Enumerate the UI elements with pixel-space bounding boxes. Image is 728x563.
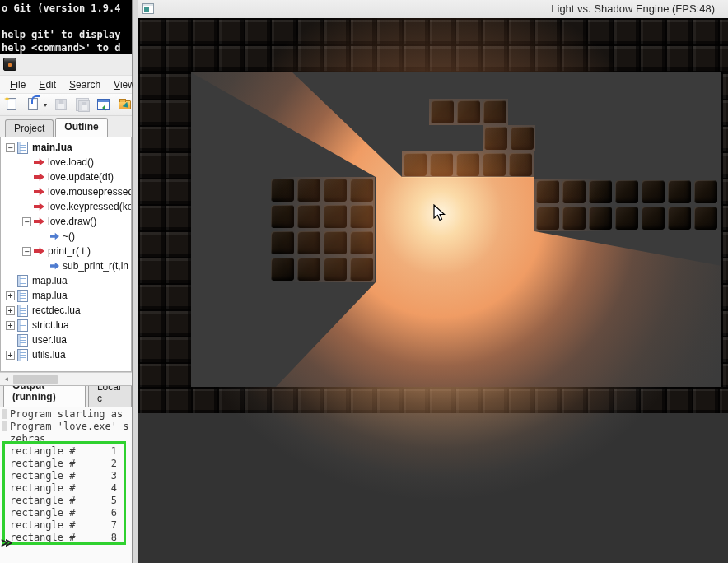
- outline-tree: −main.lualove.load()love.update(dt)love.…: [0, 137, 132, 372]
- console-line: rectangle # 7: [10, 519, 132, 532]
- output-tab-bar: Output (running)Local c: [0, 385, 132, 407]
- toolbar: ▾: [0, 94, 132, 116]
- wall-tile: [534, 179, 561, 205]
- function-arrow-icon: [34, 188, 44, 197]
- document-icon: [17, 349, 28, 361]
- tree-item[interactable]: +utils.lua: [1, 347, 131, 362]
- right-wall: [721, 72, 728, 387]
- wall-tile: [322, 256, 348, 282]
- console-line: rectangle # 4: [10, 482, 132, 495]
- refresh-project-icon[interactable]: [97, 98, 111, 112]
- game-title: Light vs. Shadow Engine (FPS:48): [551, 0, 715, 18]
- tab-project[interactable]: Project: [5, 119, 54, 137]
- tree-item[interactable]: +rectdec.lua: [1, 303, 131, 318]
- tree-item-label: map.lua: [32, 290, 68, 301]
- tree-item[interactable]: love.load(): [1, 155, 131, 170]
- function-arrow-icon: [34, 173, 44, 182]
- open-project-folder-icon[interactable]: [119, 98, 133, 112]
- console-marker: [2, 421, 7, 431]
- document-icon: [17, 305, 28, 317]
- document-icon: [17, 142, 28, 154]
- scrollbar-thumb[interactable]: [13, 375, 58, 384]
- wall-tile: [482, 99, 508, 125]
- wall-tile: [455, 99, 482, 125]
- tree-item[interactable]: ~(): [1, 229, 131, 244]
- wall-tile: [614, 205, 640, 231]
- wall-tile: [561, 179, 587, 205]
- wall-tile: [296, 203, 322, 230]
- ide-titlebar[interactable]: [0, 54, 132, 76]
- console-line: Program 'love.exe' s: [10, 421, 132, 433]
- new-file-icon[interactable]: [5, 98, 19, 112]
- menu-search[interactable]: Search: [63, 77, 107, 92]
- wall-tile: [507, 151, 534, 178]
- sidebar-tab-bar: ProjectOutline: [0, 116, 132, 137]
- document-icon: [17, 334, 28, 347]
- expand-minus-icon[interactable]: −: [22, 217, 31, 226]
- expand-plus-icon[interactable]: +: [6, 321, 15, 330]
- menu-edit[interactable]: Edit: [32, 77, 63, 92]
- menu-file[interactable]: File: [3, 77, 32, 92]
- tree-item[interactable]: map.lua: [1, 273, 131, 288]
- expand-minus-icon[interactable]: −: [22, 247, 31, 256]
- console-line: rectangle # 3: [10, 470, 132, 482]
- tree-item[interactable]: sub_print_r(t,in: [1, 258, 131, 273]
- console-prompt: ≫: [1, 537, 13, 549]
- block-low-row: [402, 151, 534, 178]
- ide-window: o Git (version 1.9.4 help git' to displa…: [0, 0, 133, 563]
- tab-output-running-[interactable]: Output (running): [3, 385, 86, 407]
- wall-tile: [640, 179, 666, 205]
- wall-tile: [693, 205, 719, 231]
- console-line: rectangle # 5: [10, 495, 132, 507]
- tree-item-label: rectdec.lua: [32, 305, 81, 316]
- block-left: [269, 177, 375, 282]
- save-all-icon: [76, 98, 90, 112]
- open-dropdown-icon[interactable]: ▾: [44, 101, 47, 109]
- expand-plus-icon[interactable]: +: [6, 291, 15, 300]
- tree-item[interactable]: −love.draw(): [1, 214, 131, 229]
- wall-tile: [348, 203, 375, 230]
- console-output[interactable]: Program starting asProgram 'love.exe' sz…: [0, 407, 132, 563]
- wall-tile: [269, 230, 296, 256]
- document-icon: [17, 290, 28, 302]
- expand-plus-icon[interactable]: +: [6, 306, 15, 315]
- wall-tile: [348, 230, 375, 256]
- tree-item[interactable]: love.keypressed(ke: [1, 199, 131, 214]
- tree-item-label: love.load(): [48, 156, 94, 168]
- tree-item-label: love.keypressed(ke: [48, 201, 131, 212]
- wall-tile: [322, 203, 348, 230]
- tree-item[interactable]: +strict.lua: [1, 318, 131, 333]
- tree-item[interactable]: user.lua: [1, 333, 131, 347]
- screen: o Git (version 1.9.4 help git' to displa…: [0, 0, 728, 563]
- horizontal-scrollbar[interactable]: ◂: [0, 372, 132, 385]
- expand-minus-icon[interactable]: −: [6, 143, 15, 152]
- console-line: rectangle # 2: [10, 458, 132, 470]
- wall-tile: [666, 205, 693, 231]
- console-line: rectangle # 1: [10, 445, 132, 458]
- tree-item[interactable]: love.mousepressed(: [1, 184, 131, 199]
- game-canvas[interactable]: [138, 18, 728, 563]
- tab-outline[interactable]: Outline: [55, 118, 107, 137]
- game-window[interactable]: Light vs. Shadow Engine (FPS:48): [138, 0, 728, 563]
- function-arrow-icon: [34, 202, 44, 212]
- wall-tile: [322, 177, 348, 203]
- tree-item[interactable]: −print_r( t ): [1, 244, 131, 258]
- tree-item[interactable]: −main.lua: [1, 140, 131, 155]
- wall-tile: [666, 179, 693, 205]
- wall-tile: [587, 205, 614, 231]
- wall-tile: [269, 256, 296, 282]
- game-titlebar[interactable]: Light vs. Shadow Engine (FPS:48): [138, 0, 728, 18]
- tree-item[interactable]: love.update(dt): [1, 170, 131, 184]
- wall-tile: [296, 177, 322, 203]
- scroll-left-icon[interactable]: ◂: [0, 373, 12, 385]
- wall-tile: [534, 205, 561, 231]
- tree-item-label: ~(): [63, 230, 75, 242]
- tree-item[interactable]: +map.lua: [1, 288, 131, 303]
- tab-local-c[interactable]: Local c: [88, 385, 132, 407]
- expand-plus-icon[interactable]: +: [6, 351, 15, 360]
- tree-item-label: user.lua: [32, 334, 67, 346]
- tree-item-label: sub_print_r(t,in: [63, 260, 128, 272]
- function-arrow-icon: [34, 158, 44, 167]
- local-function-arrow-icon: [50, 232, 59, 240]
- open-file-icon[interactable]: [26, 98, 40, 112]
